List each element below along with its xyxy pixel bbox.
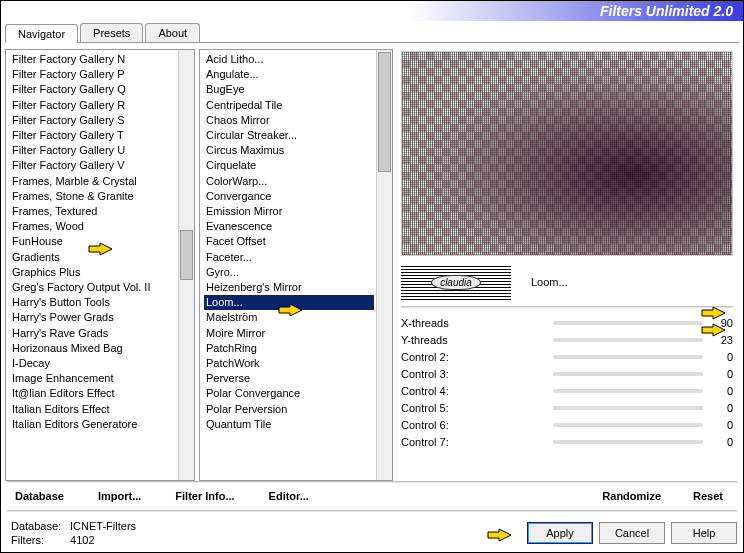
link-reset[interactable]: Reset xyxy=(693,490,723,502)
left-linkbar: Database Import... Filter Info... Editor… xyxy=(1,483,399,510)
control-label: X-threads xyxy=(401,317,545,329)
list-item[interactable]: Italian Editors Generatore xyxy=(10,417,176,432)
control-value: 0 xyxy=(711,385,733,397)
list-item[interactable]: Frames, Marble & Crystal xyxy=(10,174,176,189)
list-item[interactable]: Harry's Power Grads xyxy=(10,310,176,325)
list-item[interactable]: Graphics Plus xyxy=(10,265,176,280)
list-item[interactable]: Filter Factory Gallery S xyxy=(10,113,176,128)
current-filter-name: Loom... xyxy=(531,276,568,288)
control-label: Control 7: xyxy=(401,436,545,448)
list-item[interactable]: PatchRing xyxy=(204,341,374,356)
link-filter-info[interactable]: Filter Info... xyxy=(175,490,234,502)
control-label: Control 5: xyxy=(401,402,545,414)
control-slider[interactable] xyxy=(553,406,703,410)
list-item[interactable]: Convergance xyxy=(204,189,374,204)
list-item[interactable]: Filter Factory Gallery Q xyxy=(10,82,176,97)
control-row: Control 3:0 xyxy=(401,365,733,382)
control-value: 0 xyxy=(711,419,733,431)
tab-navigator[interactable]: Navigator xyxy=(5,24,78,43)
link-import[interactable]: Import... xyxy=(98,490,141,502)
list-item[interactable]: Chaos Mirror xyxy=(204,113,374,128)
list-item[interactable]: ColorWarp... xyxy=(204,174,374,189)
list-item[interactable]: PatchWork xyxy=(204,356,374,371)
status-bar: Database: ICNET-Filters Filters: 4102 Ap… xyxy=(1,512,743,553)
control-label: Control 2: xyxy=(401,351,545,363)
control-slider[interactable] xyxy=(553,355,703,359)
control-value: 0 xyxy=(711,436,733,448)
status-db-value: ICNET-Filters xyxy=(70,520,136,532)
list-item[interactable]: Filter Factory Gallery R xyxy=(10,98,176,113)
tab-presets[interactable]: Presets xyxy=(80,23,143,42)
list-item[interactable]: Circus Maximus xyxy=(204,143,374,158)
list-item[interactable]: Acid Litho... xyxy=(204,52,374,67)
scrollbar[interactable] xyxy=(178,50,194,480)
control-row: Control 7:0 xyxy=(401,433,733,450)
category-list[interactable]: Filter Factory Gallery NFilter Factory G… xyxy=(5,49,195,481)
list-item[interactable]: Quantum Tile xyxy=(204,417,374,432)
list-item[interactable]: Filter Factory Gallery T xyxy=(10,128,176,143)
apply-button[interactable]: Apply xyxy=(527,522,593,544)
scrollbar[interactable] xyxy=(376,50,392,480)
link-database[interactable]: Database xyxy=(15,490,64,502)
list-item[interactable]: I-Decay xyxy=(10,356,176,371)
list-item[interactable]: Filter Factory Gallery V xyxy=(10,158,176,173)
status-db-label: Database: xyxy=(11,519,67,533)
list-item[interactable]: Centripedal Tile xyxy=(204,98,374,113)
list-item[interactable]: Gyro... xyxy=(204,265,374,280)
list-item[interactable]: Moire Mirror xyxy=(204,326,374,341)
list-item[interactable]: Heizenberg's Mirror xyxy=(204,280,374,295)
list-item[interactable]: Circular Streaker... xyxy=(204,128,374,143)
list-item[interactable]: Image Enhancement xyxy=(10,371,176,386)
list-item[interactable]: Horizonaus Mixed Bag xyxy=(10,341,176,356)
control-slider[interactable] xyxy=(553,423,703,427)
control-slider[interactable] xyxy=(553,321,703,325)
list-item[interactable]: Maelström xyxy=(204,310,374,325)
list-item[interactable]: Polar Perversion xyxy=(204,402,374,417)
list-item[interactable]: Emission Mirror xyxy=(204,204,374,219)
list-item[interactable]: Facet Offset xyxy=(204,234,374,249)
list-item[interactable]: Loom... xyxy=(204,295,374,310)
list-item[interactable]: FunHouse xyxy=(10,234,176,249)
list-item[interactable]: Angulate... xyxy=(204,67,374,82)
control-slider[interactable] xyxy=(553,338,703,342)
list-item[interactable]: Gradients xyxy=(10,250,176,265)
app-title: Filters Unlimited 2.0 xyxy=(600,3,733,19)
control-label: Y-threads xyxy=(401,334,545,346)
link-randomize[interactable]: Randomize xyxy=(602,490,661,502)
link-editor[interactable]: Editor... xyxy=(269,490,309,502)
list-item[interactable]: Filter Factory Gallery U xyxy=(10,143,176,158)
control-row: Y-threads23 xyxy=(401,331,733,348)
control-value: 0 xyxy=(711,402,733,414)
list-item[interactable]: Harry's Button Tools xyxy=(10,295,176,310)
control-row: X-threads90 xyxy=(401,314,733,331)
control-value: 0 xyxy=(711,351,733,363)
list-item[interactable]: Cirquelate xyxy=(204,158,374,173)
list-item[interactable]: BugEye xyxy=(204,82,374,97)
list-item[interactable]: Perverse xyxy=(204,371,374,386)
list-item[interactable]: Italian Editors Effect xyxy=(10,402,176,417)
filter-list[interactable]: Acid Litho...Angulate...BugEyeCentripeda… xyxy=(199,49,393,481)
list-item[interactable]: Greg's Factory Output Vol. II xyxy=(10,280,176,295)
list-item[interactable]: Frames, Textured xyxy=(10,204,176,219)
list-item[interactable]: Harry's Rave Grads xyxy=(10,326,176,341)
list-item[interactable]: Frames, Wood xyxy=(10,219,176,234)
status-filters-value: 4102 xyxy=(70,534,94,546)
tab-about[interactable]: About xyxy=(145,23,200,42)
list-item[interactable]: Filter Factory Gallery P xyxy=(10,67,176,82)
list-item[interactable]: Polar Convergance xyxy=(204,386,374,401)
control-label: Control 3: xyxy=(401,368,545,380)
cancel-button[interactable]: Cancel xyxy=(599,522,665,544)
control-slider[interactable] xyxy=(553,389,703,393)
list-item[interactable]: Faceter... xyxy=(204,250,374,265)
control-slider[interactable] xyxy=(553,372,703,376)
control-slider[interactable] xyxy=(553,440,703,444)
list-item[interactable]: Frames, Stone & Granite xyxy=(10,189,176,204)
list-item[interactable]: Filter Factory Gallery N xyxy=(10,52,176,67)
controls-panel: X-threads90Y-threads23Control 2:0Control… xyxy=(401,314,733,481)
list-item[interactable]: It@lian Editors Effect xyxy=(10,386,176,401)
control-label: Control 4: xyxy=(401,385,545,397)
list-item[interactable]: Evanescence xyxy=(204,219,374,234)
control-label: Control 6: xyxy=(401,419,545,431)
help-button[interactable]: Help xyxy=(671,522,737,544)
control-row: Control 5:0 xyxy=(401,399,733,416)
